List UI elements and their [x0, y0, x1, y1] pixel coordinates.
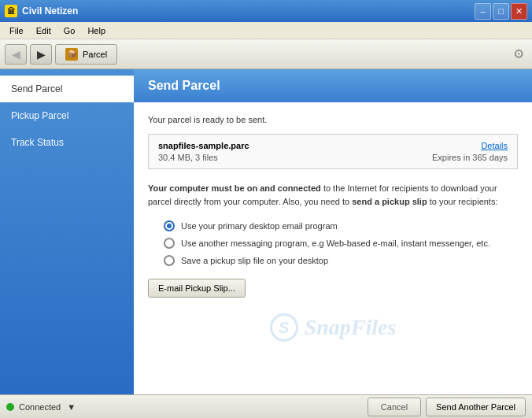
- watermark-text: SnapFiles: [305, 315, 397, 340]
- sidebar-track-status-label: Track Status: [11, 137, 64, 148]
- parcel-button-label: Parcel: [83, 50, 107, 59]
- radio-another-program-label: Use another messaging program, e.g Web-b…: [181, 239, 490, 248]
- sidebar: Send Parcel Pickup Parcel Track Status: [0, 69, 134, 394]
- parcel-name: snapfiles-sample.parc: [158, 141, 249, 150]
- connected-indicator: [6, 403, 14, 411]
- watermark-icon: S: [270, 313, 298, 342]
- back-icon: ◀: [12, 48, 20, 61]
- titlebar: 🏛 Civil Netizen – □ ✕: [0, 0, 532, 22]
- radio-primary-email-label: Use your primary desktop email program: [181, 221, 338, 231]
- cancel-button[interactable]: Cancel: [368, 398, 421, 416]
- parcel-info-left: snapfiles-sample.parc 30.4 MB, 3 files: [158, 141, 249, 162]
- minimize-button[interactable]: –: [475, 3, 491, 20]
- menu-file[interactable]: File: [3, 24, 30, 37]
- details-link[interactable]: Details: [481, 141, 508, 150]
- close-button[interactable]: ✕: [511, 3, 527, 20]
- send-another-parcel-button[interactable]: Send Another Parcel: [426, 398, 526, 416]
- gear-icon[interactable]: ⚙: [510, 46, 527, 63]
- warning-box: Your computer must be on and connected t…: [148, 182, 518, 208]
- email-pickup-slip-button[interactable]: E-mail Pickup Slip...: [148, 279, 246, 298]
- radio-another-program[interactable]: Use another messaging program, e.g Web-b…: [164, 238, 518, 249]
- radio-save-file[interactable]: Save a pickup slip file on your desktop: [164, 255, 518, 266]
- statusbar: Connected ▼ Cancel Send Another Parcel: [0, 394, 532, 418]
- sidebar-send-parcel-label: Send Parcel: [11, 83, 62, 94]
- parcel-info-box: snapfiles-sample.parc 30.4 MB, 3 files D…: [148, 134, 518, 169]
- warning-text-2: to your recipients:: [427, 197, 498, 206]
- forward-icon: ▶: [37, 48, 46, 61]
- sidebar-pickup-parcel-label: Pickup Parcel: [11, 110, 68, 121]
- expires-text: Expires in 365 days: [432, 153, 508, 162]
- radio-options: Use your primary desktop email program U…: [164, 220, 518, 266]
- ready-text: Your parcel is ready to be sent.: [148, 115, 518, 124]
- content-area: Send Parcel Your parcel is ready to be s…: [134, 69, 532, 394]
- sidebar-item-track-status[interactable]: Track Status: [0, 129, 134, 156]
- maximize-button[interactable]: □: [493, 3, 509, 20]
- radio-save-file-circle[interactable]: [164, 255, 175, 266]
- radio-primary-email-circle[interactable]: [164, 220, 175, 231]
- forward-button[interactable]: ▶: [30, 44, 52, 65]
- warning-bold-2: send a pickup slip: [352, 197, 427, 206]
- menu-go[interactable]: Go: [57, 24, 82, 37]
- sidebar-item-send-parcel[interactable]: Send Parcel: [0, 76, 134, 102]
- content-header: Send Parcel: [134, 69, 532, 102]
- parcel-button[interactable]: 📦 Parcel: [55, 44, 117, 65]
- connected-label: Connected: [19, 402, 61, 412]
- menu-edit[interactable]: Edit: [30, 24, 57, 37]
- status-left: Connected ▼: [6, 402, 76, 412]
- connected-dropdown-arrow[interactable]: ▼: [67, 402, 76, 412]
- back-button[interactable]: ◀: [5, 44, 27, 65]
- menubar: File Edit Go Help: [0, 22, 532, 39]
- parcel-size: 30.4 MB, 3 files: [158, 153, 249, 162]
- titlebar-buttons: – □ ✕: [475, 3, 527, 20]
- titlebar-left: 🏛 Civil Netizen: [5, 5, 78, 17]
- menu-help[interactable]: Help: [81, 24, 112, 37]
- toolbar: ◀ ▶ 📦 Parcel ⚙: [0, 39, 532, 69]
- radio-another-program-circle[interactable]: [164, 238, 175, 249]
- warning-bold-1: Your computer must be on and connected: [148, 183, 321, 193]
- content-body: Your parcel is ready to be sent. snapfil…: [134, 102, 532, 354]
- status-buttons: Cancel Send Another Parcel: [368, 398, 526, 416]
- parcel-icon: 📦: [65, 48, 78, 61]
- main-layout: Send Parcel Pickup Parcel Track Status S…: [0, 69, 532, 394]
- radio-primary-email[interactable]: Use your primary desktop email program: [164, 220, 518, 231]
- parcel-info-right: Details Expires in 365 days: [432, 141, 508, 162]
- radio-save-file-label: Save a pickup slip file on your desktop: [181, 256, 328, 265]
- sidebar-item-pickup-parcel[interactable]: Pickup Parcel: [0, 102, 134, 129]
- watermark: S SnapFiles: [148, 313, 518, 342]
- watermark-symbol: S: [279, 319, 289, 337]
- app-icon: 🏛: [5, 5, 17, 17]
- window-title: Civil Netizen: [22, 6, 78, 17]
- page-title: Send Parcel: [148, 79, 220, 92]
